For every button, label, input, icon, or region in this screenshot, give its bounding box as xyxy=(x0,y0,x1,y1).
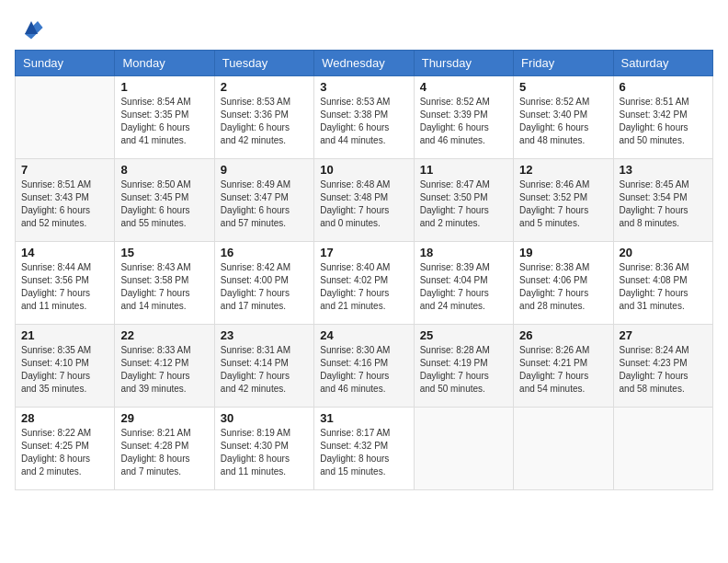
calendar-cell: 11Sunrise: 8:47 AMSunset: 3:50 PMDayligh… xyxy=(414,159,513,242)
calendar-cell xyxy=(514,408,613,490)
calendar-cell: 20Sunrise: 8:36 AMSunset: 4:08 PMDayligh… xyxy=(613,242,712,325)
calendar-cell xyxy=(613,408,712,490)
calendar-cell: 9Sunrise: 8:49 AMSunset: 3:47 PMDaylight… xyxy=(214,159,313,242)
day-number: 31 xyxy=(320,411,407,425)
day-info: Sunrise: 8:43 AMSunset: 3:58 PMDaylight:… xyxy=(120,261,208,313)
calendar-table: SundayMondayTuesdayWednesdayThursdayFrid… xyxy=(15,50,713,490)
day-info: Sunrise: 8:51 AMSunset: 3:43 PMDaylight:… xyxy=(21,178,108,230)
calendar-cell: 19Sunrise: 8:38 AMSunset: 4:06 PMDayligh… xyxy=(514,242,613,325)
day-info: Sunrise: 8:17 AMSunset: 4:32 PMDaylight:… xyxy=(320,427,407,478)
day-info: Sunrise: 8:33 AMSunset: 4:12 PMDaylight:… xyxy=(120,344,208,396)
page-header xyxy=(15,15,713,40)
calendar-cell: 22Sunrise: 8:33 AMSunset: 4:12 PMDayligh… xyxy=(115,325,214,408)
day-number: 13 xyxy=(620,163,707,177)
calendar-cell: 1Sunrise: 8:54 AMSunset: 3:35 PMDaylight… xyxy=(115,76,214,159)
day-number: 14 xyxy=(21,246,108,259)
calendar-cell: 23Sunrise: 8:31 AMSunset: 4:14 PMDayligh… xyxy=(214,325,313,408)
calendar-cell: 8Sunrise: 8:50 AMSunset: 3:45 PMDaylight… xyxy=(115,159,214,242)
day-info: Sunrise: 8:53 AMSunset: 3:38 PMDaylight:… xyxy=(320,96,407,147)
day-number: 20 xyxy=(620,246,707,259)
day-info: Sunrise: 8:54 AMSunset: 3:35 PMDaylight:… xyxy=(120,96,208,147)
calendar-cell: 31Sunrise: 8:17 AMSunset: 4:32 PMDayligh… xyxy=(314,408,414,490)
day-number: 1 xyxy=(120,80,208,94)
day-info: Sunrise: 8:31 AMSunset: 4:14 PMDaylight:… xyxy=(221,344,308,396)
calendar-week-row: 21Sunrise: 8:35 AMSunset: 4:10 PMDayligh… xyxy=(16,325,713,408)
calendar-cell: 15Sunrise: 8:43 AMSunset: 3:58 PMDayligh… xyxy=(115,242,214,325)
calendar-cell: 13Sunrise: 8:45 AMSunset: 3:54 PMDayligh… xyxy=(613,159,712,242)
calendar-header-row: SundayMondayTuesdayWednesdayThursdayFrid… xyxy=(16,51,713,76)
day-info: Sunrise: 8:51 AMSunset: 3:42 PMDaylight:… xyxy=(620,96,707,147)
day-number: 16 xyxy=(221,246,308,259)
day-number: 6 xyxy=(620,80,707,94)
calendar-week-row: 1Sunrise: 8:54 AMSunset: 3:35 PMDaylight… xyxy=(16,76,713,159)
column-header-friday: Friday xyxy=(514,51,613,76)
day-info: Sunrise: 8:36 AMSunset: 4:08 PMDaylight:… xyxy=(620,261,707,313)
day-number: 12 xyxy=(519,163,607,177)
day-number: 17 xyxy=(320,246,407,259)
calendar-cell: 30Sunrise: 8:19 AMSunset: 4:30 PMDayligh… xyxy=(214,408,313,490)
day-number: 3 xyxy=(320,80,407,94)
calendar-cell: 14Sunrise: 8:44 AMSunset: 3:56 PMDayligh… xyxy=(16,242,115,325)
calendar-cell xyxy=(16,76,115,159)
day-info: Sunrise: 8:42 AMSunset: 4:00 PMDaylight:… xyxy=(221,261,308,313)
calendar-cell: 24Sunrise: 8:30 AMSunset: 4:16 PMDayligh… xyxy=(314,325,414,408)
logo xyxy=(15,15,44,40)
calendar-week-row: 28Sunrise: 8:22 AMSunset: 4:25 PMDayligh… xyxy=(16,408,713,490)
day-number: 26 xyxy=(519,328,607,342)
day-info: Sunrise: 8:48 AMSunset: 3:48 PMDaylight:… xyxy=(320,178,407,230)
day-info: Sunrise: 8:50 AMSunset: 3:45 PMDaylight:… xyxy=(120,178,208,230)
day-info: Sunrise: 8:19 AMSunset: 4:30 PMDaylight:… xyxy=(221,427,308,478)
day-number: 25 xyxy=(420,328,507,342)
day-number: 22 xyxy=(120,328,208,342)
day-number: 24 xyxy=(320,328,407,342)
day-number: 30 xyxy=(221,411,308,425)
day-number: 5 xyxy=(519,80,607,94)
day-number: 2 xyxy=(221,80,308,94)
day-info: Sunrise: 8:39 AMSunset: 4:04 PMDaylight:… xyxy=(420,261,507,313)
column-header-sunday: Sunday xyxy=(16,51,115,76)
day-info: Sunrise: 8:24 AMSunset: 4:23 PMDaylight:… xyxy=(620,344,707,396)
calendar-cell: 16Sunrise: 8:42 AMSunset: 4:00 PMDayligh… xyxy=(214,242,313,325)
column-header-thursday: Thursday xyxy=(414,51,513,76)
day-info: Sunrise: 8:52 AMSunset: 3:40 PMDaylight:… xyxy=(519,96,607,147)
calendar-cell: 25Sunrise: 8:28 AMSunset: 4:19 PMDayligh… xyxy=(414,325,513,408)
day-number: 19 xyxy=(519,246,607,259)
calendar-cell: 18Sunrise: 8:39 AMSunset: 4:04 PMDayligh… xyxy=(414,242,513,325)
day-info: Sunrise: 8:49 AMSunset: 3:47 PMDaylight:… xyxy=(221,178,308,230)
day-number: 11 xyxy=(420,163,507,177)
day-number: 4 xyxy=(420,80,507,94)
calendar-cell: 10Sunrise: 8:48 AMSunset: 3:48 PMDayligh… xyxy=(314,159,414,242)
day-number: 10 xyxy=(320,163,407,177)
day-info: Sunrise: 8:38 AMSunset: 4:06 PMDaylight:… xyxy=(519,261,607,313)
calendar-cell: 7Sunrise: 8:51 AMSunset: 3:43 PMDaylight… xyxy=(16,159,115,242)
day-info: Sunrise: 8:46 AMSunset: 3:52 PMDaylight:… xyxy=(519,178,607,230)
day-number: 29 xyxy=(120,411,208,425)
column-header-tuesday: Tuesday xyxy=(214,51,313,76)
day-info: Sunrise: 8:28 AMSunset: 4:19 PMDaylight:… xyxy=(420,344,507,396)
calendar-cell: 12Sunrise: 8:46 AMSunset: 3:52 PMDayligh… xyxy=(514,159,613,242)
day-number: 15 xyxy=(120,246,208,259)
day-number: 18 xyxy=(420,246,507,259)
column-header-saturday: Saturday xyxy=(613,51,712,76)
day-number: 8 xyxy=(120,163,208,177)
day-info: Sunrise: 8:22 AMSunset: 4:25 PMDaylight:… xyxy=(21,427,108,478)
calendar-cell: 28Sunrise: 8:22 AMSunset: 4:25 PMDayligh… xyxy=(16,408,115,490)
day-info: Sunrise: 8:40 AMSunset: 4:02 PMDaylight:… xyxy=(320,261,407,313)
calendar-cell: 6Sunrise: 8:51 AMSunset: 3:42 PMDaylight… xyxy=(613,76,712,159)
day-number: 9 xyxy=(221,163,308,177)
column-header-wednesday: Wednesday xyxy=(314,51,414,76)
logo-icon xyxy=(18,15,44,40)
day-info: Sunrise: 8:44 AMSunset: 3:56 PMDaylight:… xyxy=(21,261,108,313)
calendar-week-row: 14Sunrise: 8:44 AMSunset: 3:56 PMDayligh… xyxy=(16,242,713,325)
day-number: 28 xyxy=(21,411,108,425)
day-info: Sunrise: 8:53 AMSunset: 3:36 PMDaylight:… xyxy=(221,96,308,147)
day-number: 23 xyxy=(221,328,308,342)
calendar-cell: 27Sunrise: 8:24 AMSunset: 4:23 PMDayligh… xyxy=(613,325,712,408)
day-info: Sunrise: 8:45 AMSunset: 3:54 PMDaylight:… xyxy=(620,178,707,230)
day-number: 7 xyxy=(21,163,108,177)
calendar-cell: 21Sunrise: 8:35 AMSunset: 4:10 PMDayligh… xyxy=(16,325,115,408)
day-info: Sunrise: 8:52 AMSunset: 3:39 PMDaylight:… xyxy=(420,96,507,147)
day-info: Sunrise: 8:47 AMSunset: 3:50 PMDaylight:… xyxy=(420,178,507,230)
column-header-monday: Monday xyxy=(115,51,214,76)
calendar-cell: 4Sunrise: 8:52 AMSunset: 3:39 PMDaylight… xyxy=(414,76,513,159)
